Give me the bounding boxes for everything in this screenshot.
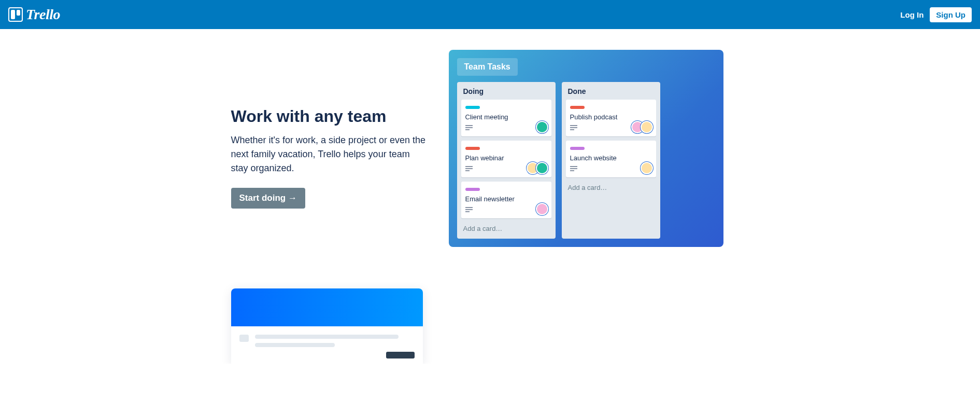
svg-rect-8 (465, 211, 470, 212)
card[interactable]: Publish podcast (566, 100, 656, 136)
card-back-body (231, 326, 423, 360)
card-members (634, 121, 653, 133)
svg-rect-5 (465, 170, 470, 171)
card-back-preview (231, 288, 423, 364)
feature-heading: Work with any team (231, 107, 428, 126)
svg-rect-9 (570, 125, 577, 126)
brand-name: Trello (26, 6, 60, 23)
list: DonePublish podcastLaunch websiteAdd a c… (562, 82, 660, 239)
svg-rect-0 (465, 125, 473, 126)
card-label (465, 106, 480, 109)
trello-board-icon (8, 7, 23, 22)
card-label (465, 147, 480, 150)
feature-body: Whether it's for work, a side project or… (231, 133, 428, 175)
svg-rect-6 (465, 207, 473, 208)
card-title: Email newsletter (465, 195, 547, 203)
avatar (536, 203, 548, 215)
svg-rect-1 (465, 127, 473, 128)
card[interactable]: Email newsletter (461, 182, 551, 218)
avatar (641, 121, 653, 133)
description-icon (465, 166, 473, 171)
svg-rect-7 (465, 209, 473, 210)
card-members (539, 121, 548, 133)
card[interactable]: Plan webinar (461, 141, 551, 177)
signup-button[interactable]: Sign Up (930, 7, 972, 22)
brand-logo[interactable]: Trello (8, 6, 60, 23)
feature-section: Work with any team Whether it's for work… (231, 29, 749, 288)
card-title: Plan webinar (465, 154, 547, 162)
card-title: Client meeting (465, 113, 547, 121)
card-members (530, 162, 548, 174)
placeholder-icon (239, 335, 249, 342)
card-title: Publish podcast (570, 113, 652, 121)
placeholder-lines (255, 335, 415, 351)
avatar (641, 162, 653, 174)
svg-rect-12 (570, 166, 577, 167)
card-members (644, 162, 653, 174)
card[interactable]: Launch website (566, 141, 656, 177)
card-label (570, 147, 585, 150)
placeholder-line (255, 335, 399, 339)
description-icon (570, 125, 577, 130)
card-members (539, 203, 548, 215)
svg-rect-2 (465, 129, 470, 130)
add-card-button[interactable]: Add a card… (461, 223, 551, 235)
card-label (465, 188, 480, 191)
global-header: Trello Log In Sign Up (0, 0, 980, 29)
card-title: Launch website (570, 154, 652, 162)
svg-rect-4 (465, 168, 473, 169)
placeholder-chip (386, 352, 415, 358)
list-title: Done (566, 86, 656, 100)
description-icon (465, 125, 473, 130)
card[interactable]: Client meeting (461, 100, 551, 136)
start-doing-button[interactable]: Start doing → (231, 188, 305, 209)
svg-rect-13 (570, 168, 577, 169)
next-feature-peek (231, 288, 749, 364)
placeholder-line (255, 343, 335, 347)
card-label (570, 106, 585, 109)
header-actions: Log In Sign Up (900, 7, 972, 22)
avatar (536, 162, 548, 174)
card-back-cover (231, 288, 423, 326)
list: DoingClient meetingPlan webinarEmail new… (457, 82, 556, 239)
feature-text: Work with any team Whether it's for work… (231, 50, 428, 209)
description-icon (570, 166, 577, 171)
svg-rect-11 (570, 129, 574, 130)
avatar (536, 121, 548, 133)
board-preview: Team Tasks DoingClient meetingPlan webin… (449, 50, 723, 247)
add-card-button[interactable]: Add a card… (566, 182, 656, 194)
login-button[interactable]: Log In (900, 10, 924, 19)
list-title: Doing (461, 86, 551, 100)
description-icon (465, 207, 473, 212)
svg-rect-3 (465, 166, 473, 167)
board-lists: DoingClient meetingPlan webinarEmail new… (457, 82, 715, 239)
board-title: Team Tasks (457, 58, 518, 76)
svg-rect-10 (570, 127, 577, 128)
board-preview-container: Team Tasks DoingClient meetingPlan webin… (449, 50, 749, 247)
svg-rect-14 (570, 170, 574, 171)
